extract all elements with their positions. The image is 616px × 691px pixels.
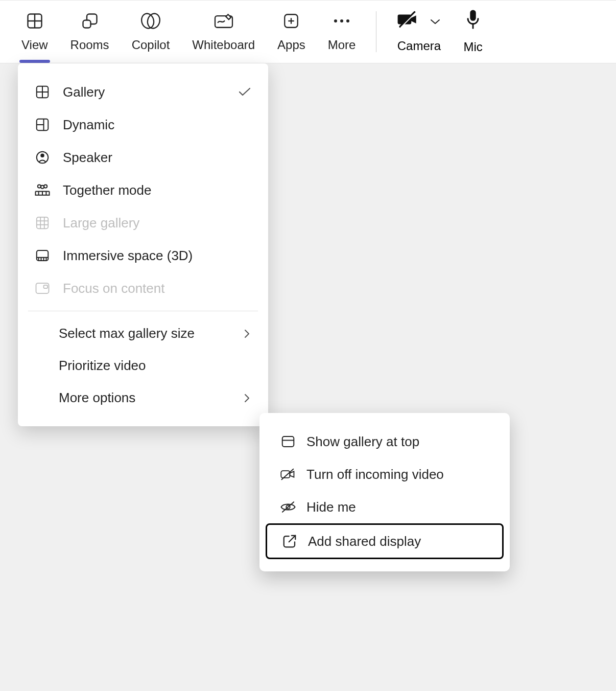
svg-point-12 — [340, 19, 343, 22]
grid-icon — [26, 11, 44, 31]
mic-icon — [465, 9, 481, 33]
speaker-icon — [34, 149, 51, 166]
submenu-item-turn-off-incoming-video[interactable]: Turn off incoming video — [266, 458, 504, 491]
menu-item-more-options[interactable]: More options — [18, 382, 268, 414]
submenu-item-show-gallery-top[interactable]: Show gallery at top — [266, 425, 504, 458]
whiteboard-icon — [214, 11, 234, 31]
more-button[interactable]: More — [317, 1, 367, 63]
menu-item-select-max-gallery[interactable]: Select max gallery size — [18, 317, 268, 350]
submenu-label: Show gallery at top — [306, 434, 419, 450]
grid-icon — [34, 84, 51, 100]
menu-item-immersive-space[interactable]: Immersive space (3D) — [18, 239, 268, 272]
menu-label: Immersive space (3D) — [63, 248, 252, 264]
svg-point-25 — [41, 154, 44, 157]
apps-icon — [282, 11, 300, 31]
whiteboard-label: Whiteboard — [192, 38, 255, 52]
view-menu: Gallery Dynamic Speaker To — [18, 63, 268, 426]
view-button[interactable]: View — [10, 1, 59, 63]
menu-item-gallery[interactable]: Gallery — [18, 76, 268, 108]
camera-button[interactable]: Camera — [386, 1, 452, 63]
focus-icon — [34, 280, 51, 296]
menu-item-together-mode[interactable]: Together mode — [18, 174, 268, 206]
copilot-label: Copilot — [132, 38, 170, 52]
video-off-icon — [280, 466, 296, 482]
menu-label: Select max gallery size — [59, 326, 229, 341]
submenu-item-add-shared-display[interactable]: Add shared display — [266, 523, 504, 559]
copilot-icon — [139, 11, 162, 31]
submenu-label: Add shared display — [308, 534, 421, 549]
svg-point-27 — [44, 185, 47, 188]
more-label: More — [328, 38, 356, 52]
submenu-label: Turn off incoming video — [306, 467, 444, 482]
dynamic-grid-icon — [34, 117, 51, 133]
rooms-label: Rooms — [70, 38, 109, 52]
mic-label: Mic — [463, 40, 482, 54]
svg-rect-16 — [470, 10, 476, 20]
whiteboard-button[interactable]: Whiteboard — [181, 1, 266, 63]
menu-label: Gallery — [63, 84, 225, 100]
more-options-submenu: Show gallery at top Turn off incoming vi… — [259, 413, 510, 571]
menu-item-speaker[interactable]: Speaker — [18, 141, 268, 174]
submenu-label: Hide me — [306, 499, 356, 515]
svg-rect-36 — [44, 285, 48, 288]
svg-point-13 — [346, 19, 349, 22]
svg-point-11 — [334, 19, 337, 22]
mic-button[interactable]: Mic — [452, 1, 485, 63]
rooms-button[interactable]: Rooms — [59, 1, 121, 63]
menu-item-dynamic[interactable]: Dynamic — [18, 108, 268, 141]
svg-point-28 — [41, 186, 44, 189]
camera-off-icon — [397, 10, 419, 32]
eye-off-icon — [280, 499, 296, 515]
menu-label: Dynamic — [63, 117, 252, 133]
apps-button[interactable]: Apps — [266, 1, 317, 63]
menu-item-focus-content: Focus on content — [18, 272, 268, 305]
gallery-top-icon — [280, 433, 296, 450]
svg-rect-37 — [282, 436, 294, 447]
menu-label: Together mode — [63, 182, 252, 198]
menu-label: Focus on content — [63, 281, 252, 296]
menu-label: Large gallery — [63, 215, 252, 231]
chevron-right-icon — [242, 393, 252, 404]
large-grid-icon — [34, 215, 51, 231]
view-label: View — [21, 38, 48, 52]
svg-rect-29 — [37, 217, 49, 229]
menu-item-prioritize-video[interactable]: Prioritize video — [18, 350, 268, 382]
checkmark-icon — [238, 87, 252, 97]
camera-label: Camera — [397, 39, 441, 53]
meeting-toolbar: View Rooms Copilot Whiteboard — [0, 0, 616, 63]
toolbar-separator — [376, 11, 376, 52]
popout-icon — [281, 533, 298, 549]
svg-rect-4 — [83, 20, 90, 28]
svg-line-42 — [282, 502, 294, 512]
menu-item-large-gallery: Large gallery — [18, 206, 268, 239]
menu-label: Prioritize video — [59, 358, 252, 374]
more-icon — [333, 11, 351, 31]
apps-label: Apps — [277, 38, 305, 52]
menu-divider — [28, 311, 258, 311]
menu-label: More options — [59, 390, 229, 406]
svg-point-26 — [38, 185, 41, 188]
chevron-down-icon[interactable] — [430, 14, 441, 28]
together-icon — [34, 182, 51, 198]
chevron-right-icon — [242, 328, 252, 339]
copilot-button[interactable]: Copilot — [121, 1, 181, 63]
svg-line-43 — [289, 536, 296, 542]
submenu-item-hide-me[interactable]: Hide me — [266, 491, 504, 523]
immersive-icon — [34, 247, 51, 264]
rooms-icon — [81, 11, 99, 31]
menu-label: Speaker — [63, 150, 252, 166]
